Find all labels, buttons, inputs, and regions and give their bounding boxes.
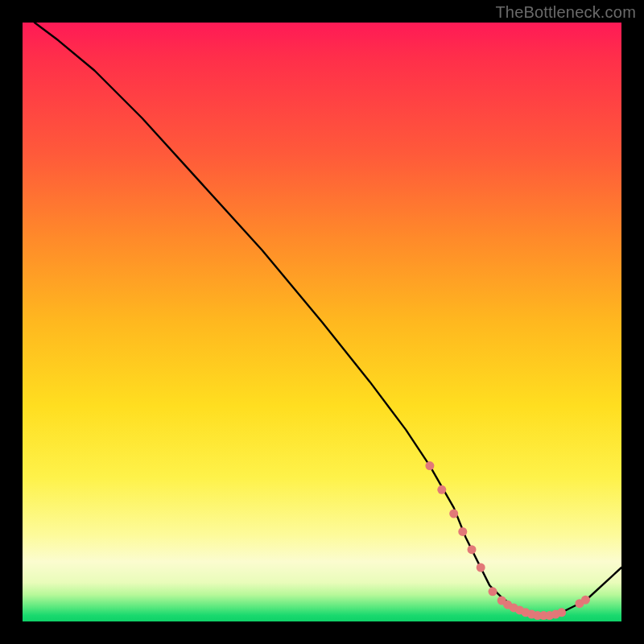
marker-dot	[557, 608, 566, 617]
marker-dot	[581, 596, 590, 605]
marker-dot	[425, 461, 434, 470]
chart-stage: TheBottleneck.com	[0, 0, 644, 644]
marker-dot	[468, 545, 477, 554]
curve-layer	[23, 23, 621, 621]
marker-dot	[437, 485, 446, 494]
plot-area	[23, 23, 621, 621]
marker-dot	[477, 564, 485, 572]
marker-dot	[449, 510, 458, 518]
highlight-dots	[425, 461, 590, 620]
marker-dot	[458, 527, 467, 536]
bottleneck-curve	[35, 23, 621, 616]
watermark-text: TheBottleneck.com	[495, 3, 636, 22]
marker-dot	[489, 587, 497, 596]
